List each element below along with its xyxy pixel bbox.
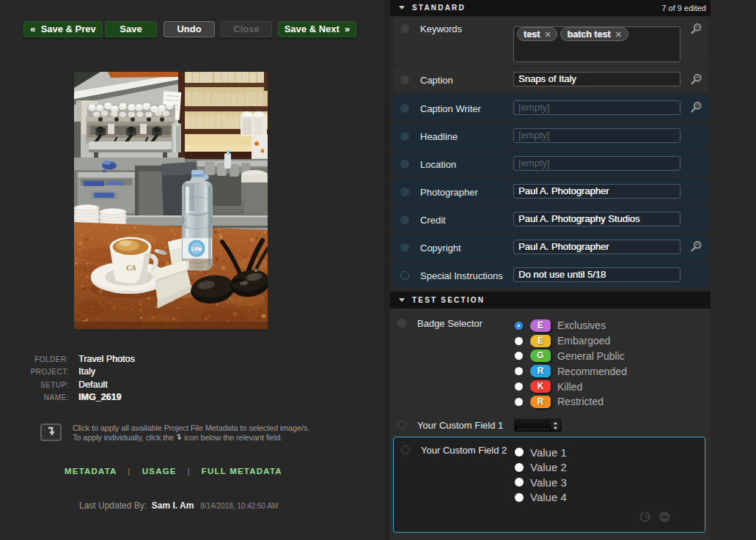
svg-text:Lilia: Lilia (191, 246, 202, 251)
svg-text:CA: CA (126, 264, 136, 272)
